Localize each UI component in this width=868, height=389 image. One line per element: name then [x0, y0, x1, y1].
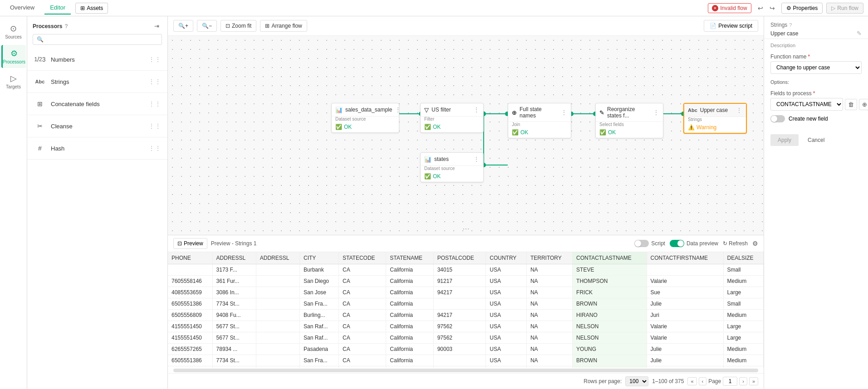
data-table-container[interactable]: PHONE ADDRESSL ADDRESSL CITY STATECODE S… [168, 252, 764, 368]
table-cell: California [386, 287, 433, 298]
canvas-content[interactable]: 📊 sales_data_sample ⋮ Dataset source ✅ O… [168, 36, 764, 235]
refresh-button[interactable]: ↻ Refresh [723, 240, 748, 247]
prev-page-button[interactable]: ‹ [699, 377, 707, 385]
table-cell [256, 332, 299, 344]
flow-connectors [168, 36, 764, 235]
table-cell: San Raf... [299, 321, 338, 332]
data-toggle-switch[interactable] [670, 240, 684, 247]
search-input[interactable] [45, 36, 158, 43]
table-cell: BROWN [573, 355, 647, 366]
page-nav: « ‹ Page › » [687, 377, 758, 386]
drag-handle-strings[interactable]: ⋮⋮ [148, 78, 161, 85]
table-cell [256, 310, 299, 321]
drag-handle-concat[interactable]: ⋮⋮ [148, 100, 161, 107]
drag-handle-cleanse[interactable]: ⋮⋮ [148, 122, 161, 130]
col-dealsize: DEALSIZE [723, 252, 763, 264]
node-menu-reorg[interactable]: ⋮ [653, 109, 659, 116]
canvas-resize-handle[interactable]: ⋯ [462, 224, 470, 233]
redo-button[interactable]: ↪ [767, 3, 778, 14]
node-menu-upper[interactable]: ⋮ [736, 107, 742, 114]
node-sales-data[interactable]: 📊 sales_data_sample ⋮ Dataset source ✅ O… [331, 103, 399, 133]
drag-handle-numbers[interactable]: ⋮⋮ [148, 56, 161, 63]
horizontal-scrollbar[interactable] [173, 369, 758, 372]
function-name-select[interactable]: Change to upper case [770, 61, 862, 74]
tab-editor[interactable]: Editor [44, 1, 71, 15]
zoom-out-button[interactable]: 🔍− [197, 20, 217, 32]
assets-icon: ⊞ [80, 5, 85, 11]
script-toggle[interactable]: Script [634, 240, 665, 247]
processor-item-strings[interactable]: Abc Strings ⋮⋮ [27, 71, 167, 93]
data-preview-toggle[interactable]: Data preview [670, 240, 718, 247]
table-row: 65055568099408 Fu...Burling...CACaliforn… [168, 310, 764, 321]
table-cell: NA [526, 287, 572, 298]
search-box[interactable]: 🔍 [33, 34, 162, 45]
col-contactlast: CONTACTLASTNAME [573, 252, 647, 264]
preview-tab-button[interactable]: ⊡ Preview [173, 238, 207, 249]
collapse-panel-button[interactable]: ⇥ [152, 21, 162, 31]
zoom-fit-button[interactable]: ⊡ Zoom fit [221, 20, 256, 32]
center-area: 🔍+ 🔍− ⊡ Zoom fit ⊞ Arrange flow 📄 Previe… [168, 16, 764, 389]
arrange-flow-button[interactable]: ⊞ Arrange flow [260, 20, 307, 32]
node-menu-states[interactable]: ⋮ [473, 156, 480, 163]
zoom-in-button[interactable]: 🔍+ [173, 20, 193, 32]
fields-select[interactable]: CONTACTLASTNAME [770, 98, 843, 111]
table-cell: Valarie [647, 332, 723, 344]
table-cell: 91217 [433, 276, 486, 287]
preview-script-button[interactable]: 📄 Preview script [704, 20, 758, 32]
table-cell: USA [486, 366, 527, 368]
delete-field-button[interactable]: 🗑 [845, 99, 857, 110]
edit-title-icon[interactable]: ✎ [857, 30, 862, 37]
drag-handle-hash[interactable]: ⋮⋮ [148, 145, 161, 152]
add-field-button[interactable]: ⊕ [859, 99, 868, 110]
next-page-button[interactable]: › [739, 377, 747, 385]
node-full-state[interactable]: ⊕ Full state names ⋮ Join ✅ OK [508, 103, 571, 138]
processor-item-hash[interactable]: # Hash ⋮⋮ [27, 137, 167, 160]
ok-icon-states: ✅ [424, 173, 431, 180]
create-field-row: Create new field [770, 115, 862, 122]
tab-assets[interactable]: ⊞ Assets [75, 3, 108, 14]
table-cell: USA [486, 344, 527, 355]
rows-per-page-select[interactable]: 100 50 25 [625, 376, 648, 386]
create-field-toggle[interactable] [770, 115, 785, 122]
processor-item-numbers[interactable]: 1/23 Numbers ⋮⋮ [27, 49, 167, 71]
table-cell: California [386, 276, 433, 287]
table-cell: 94217 [433, 310, 486, 321]
table-cell: NELSON [573, 332, 647, 344]
last-page-button[interactable]: » [749, 377, 758, 385]
table-cell: NA [526, 298, 572, 310]
table-row: 7605558146361 Fur...San DiegoCACaliforni… [168, 276, 764, 287]
sidebar-item-sources[interactable]: ⊙ Sources [1, 20, 26, 43]
undo-button[interactable]: ↩ [755, 3, 766, 14]
properties-button[interactable]: ⚙ Properties [781, 3, 823, 14]
node-states[interactable]: 📊 states ⋮ Dataset source ✅ OK [420, 152, 484, 182]
search-icon: 🔍 [37, 36, 44, 43]
left-nav: ⊙ Sources ⚙ Processors ▷ Targets [0, 16, 27, 389]
dataset-icon: 📊 [335, 107, 343, 113]
first-page-button[interactable]: « [687, 377, 696, 385]
settings-button[interactable]: ⚙ [752, 240, 758, 247]
table-cell: USA [486, 264, 527, 276]
canvas-area: 🔍+ 🔍− ⊡ Zoom fit ⊞ Arrange flow 📄 Previe… [168, 16, 764, 235]
run-flow-button[interactable]: ▷ Run flow [826, 3, 863, 14]
page-input[interactable] [723, 377, 737, 386]
processor-item-cleanse[interactable]: ✂ Cleanse ⋮⋮ [27, 115, 167, 137]
processor-item-concat[interactable]: ⊞ Concatenate fields ⋮⋮ [27, 93, 167, 115]
apply-button[interactable]: Apply [770, 134, 799, 146]
node-reorganize[interactable]: ✎ Reorganize states f... ⋮ Select fields… [595, 103, 663, 138]
table-row: 626555726578934 ...PasadenaCACalifornia9… [168, 344, 764, 355]
panel-title: Processors ? [33, 23, 68, 29]
table-cell: California [386, 264, 433, 276]
table-cell: Valarie [647, 366, 723, 368]
tab-overview[interactable]: Overview [5, 1, 40, 15]
node-menu-fullstate[interactable]: ⋮ [561, 109, 567, 116]
table-cell: CA [339, 332, 386, 344]
node-upper-case[interactable]: Abc Upper case ⋮ Strings ⚠️ Warning [683, 103, 747, 134]
sidebar-item-targets[interactable]: ▷ Targets [1, 70, 26, 93]
sidebar-item-processors[interactable]: ⚙ Processors [1, 45, 26, 68]
node-menu-filter[interactable]: ⋮ [473, 106, 480, 113]
node-us-filter[interactable]: ▽ US filter ⋮ Filter ✅ OK [420, 103, 484, 133]
table-footer: Rows per page: 100 50 25 1–100 of 375 « … [168, 373, 764, 389]
cancel-button[interactable]: Cancel [802, 134, 830, 146]
node-menu-sales[interactable]: ⋮ [395, 106, 401, 113]
script-toggle-switch[interactable] [634, 240, 649, 247]
